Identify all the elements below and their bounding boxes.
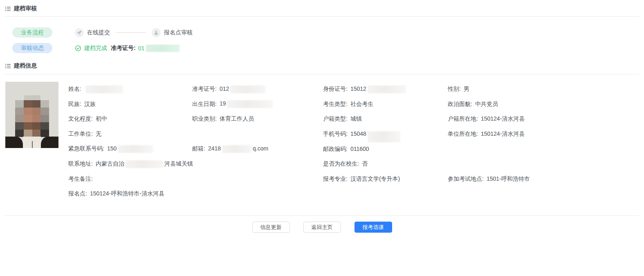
status-done-text: 建档完成 [84,45,107,52]
photo-pixel [40,108,49,115]
photo-pixel [32,100,41,108]
field-value: 内蒙古自治 [96,160,124,167]
stamp-icon [152,28,161,37]
field-label: 考生备注: [68,175,93,182]
field-value-suffix: 河县城关镇 [164,160,193,167]
photo-shoulders [5,137,58,148]
field-value: 体育工作人员 [220,115,254,122]
field-value: 中共党员 [475,101,498,107]
field-value: 011600 [350,146,369,152]
field-mobile-phone: 手机号码:15048 [323,129,448,140]
field-value: 15012 [350,85,366,92]
field-value: 150124-清水河县 [481,115,525,122]
field-value: 150 [107,145,117,152]
field-household-location: 户籍所在地:150124-清水河县 [448,115,639,123]
field-employer: 工作单位:无 [68,130,192,138]
review-section-title: 建档审核 [14,5,37,12]
field-label: 职业类别: [192,115,217,122]
field-value: 012 [220,85,229,92]
field-value-redacted [126,160,163,168]
field-value: 无 [96,130,101,137]
field-ethnicity: 民族:汉族 [68,101,192,108]
photo-mosaic-top-block [24,95,40,100]
field-label: 准考证号: [192,85,217,92]
field-registration-point: 报名点:150124-呼和浩特市-清水河县 [68,190,192,197]
shirt-collar [23,137,41,148]
field-label: 紧急联系号码: [68,145,104,152]
field-label: 户籍类型: [323,115,348,122]
field-value-redacted [227,100,273,108]
photo-pixel [32,130,41,137]
check-circle-icon [75,45,81,52]
return-home-button[interactable]: 返回主页 [303,222,341,233]
divider-info [5,74,639,74]
photo-pixel [40,100,49,108]
photo-pixel [40,122,49,130]
field-birth-date: 出生日期:19 [192,100,323,108]
field-label: 身份证号: [323,85,348,92]
field-label: 邮政编码: [323,146,348,152]
photo-pixel [24,130,32,137]
field-value-redacted [118,145,153,153]
photo-pixel [24,115,32,122]
field-value: 城镇 [350,115,362,122]
photo-pixel [15,108,24,115]
photo-pixel [32,115,41,122]
field-label: 考生类型: [323,101,348,107]
field-label: 文化程度: [68,115,93,122]
photo-pixel [15,115,24,122]
field-value: 汉语言文学(专升本) [350,175,400,182]
field-label: 出生日期: [192,101,217,107]
field-value: 2418 [208,145,221,152]
step-registration-review: 报名点审核 [164,29,193,36]
field-label: 性别: [448,85,461,92]
field-value-suffix: q.com [253,145,268,152]
photo-pixel [40,130,49,137]
field-label: 政治面貌: [448,101,472,107]
list-icon [5,6,11,12]
field-value: 社会考生 [350,101,373,107]
field-value: 19 [220,101,226,107]
field-candidate-type: 考生类型:社会考生 [323,101,448,108]
photo-pixel [24,122,32,130]
field-admission-ticket-no: 准考证号:012 [192,85,323,93]
field-value: 150124-清水河县 [481,130,525,137]
ticket-number-visible: 01 [138,45,145,52]
field-value: 男 [464,85,469,92]
status-row: 建档完成 准考证号: 01 [75,43,180,53]
field-label: 参加考试地点: [448,175,484,182]
apply-course-button[interactable]: 报考选课 [355,222,392,233]
candidate-photo [5,82,58,148]
field-label: 是否为在校生: [323,160,359,167]
field-occupation-category: 职业类别:体育工作人员 [192,115,323,123]
field-value: 150124-呼和浩特市-清水河县 [90,190,164,197]
photo-pixel [24,108,32,115]
field-value: 汉族 [84,101,96,107]
field-value: 1501-呼和浩特市 [487,175,530,182]
photo-pixel [15,122,24,130]
list-icon [5,63,11,69]
step-connector [116,32,146,33]
ticket-number-label: 准考证号: [111,45,136,52]
field-label: 邮箱: [192,145,205,152]
info-section-title: 建档信息 [14,62,37,70]
field-label: 报名点: [68,190,87,197]
field-gender: 性别:男 [448,85,639,93]
field-exam-location: 参加考试地点:1501-呼和浩特市 [448,175,639,183]
step-online-submit: 在线提交 [87,29,110,36]
photo-pixel [40,115,49,122]
footer-button-row: 信息更新 返回主页 报考选课 [0,222,644,233]
field-label: 单位所在地: [448,130,478,137]
info-section-header: 建档信息 [5,62,37,70]
field-label: 工作单位: [68,130,93,137]
process-pill: 业务流程 [12,27,52,38]
hair-left [5,137,23,148]
ticket-number-redacted [146,45,180,52]
field-label: 报考专业: [323,175,348,182]
field-label: 姓名: [68,85,81,92]
field-value-redacted [368,131,400,142]
status-pill-label: 审核动态 [21,45,44,52]
field-label: 联系地址: [68,160,93,167]
field-value-redacted [230,85,265,93]
info-update-button[interactable]: 信息更新 [252,222,290,233]
